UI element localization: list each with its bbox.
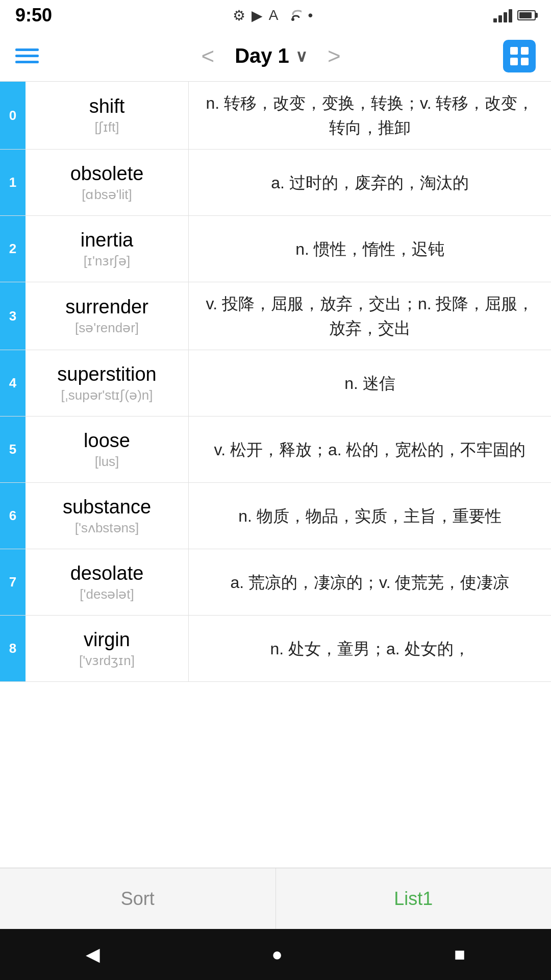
dropdown-arrow-icon: ∨ [295,46,307,66]
svg-point-0 [291,18,294,21]
word-row[interactable]: 3surrender[sə'rendər]v. 投降，屈服，放弃，交出；n. 投… [0,282,551,350]
word-english: virgin [84,629,130,651]
status-icons: ⚙ ▶ A • [233,7,313,24]
prev-day-button[interactable]: < [201,43,214,69]
word-row[interactable]: 2inertia[ɪ'nɜrʃə]n. 惯性，惰性，迟钝 [0,216,551,282]
word-row[interactable]: 5loose[lus]v. 松开，释放；a. 松的，宽松的，不牢固的 [0,416,551,483]
word-definition: a. 过时的，废弃的，淘汰的 [189,150,551,215]
status-bar: 9:50 ⚙ ▶ A • [0,0,551,31]
word-phonetic: [ɪ'nɜrʃə] [84,253,131,269]
word-definition: n. 处女，童男；a. 处女的， [189,616,551,681]
list1-tab[interactable]: List1 [276,868,552,929]
word-english-col: surrender[sə'rendər] [26,282,189,350]
status-time: 9:50 [15,5,52,26]
word-definition: n. 迷信 [189,350,551,416]
font-icon: A [269,7,279,23]
word-phonetic: [ɑbsə'lit] [82,187,132,203]
word-english: superstition [57,363,156,385]
row-index: 2 [0,216,26,282]
signal-bars [493,8,512,22]
wifi-icon [284,7,302,24]
home-button[interactable]: ● [271,944,283,965]
word-definition: a. 荒凉的，凄凉的；v. 使荒芜，使凄凉 [189,549,551,615]
row-index: 0 [0,82,26,149]
word-row[interactable]: 1obsolete[ɑbsə'lit]a. 过时的，废弃的，淘汰的 [0,150,551,216]
word-row[interactable]: 8virgin['vɜrdʒɪn]n. 处女，童男；a. 处女的， [0,616,551,682]
word-row[interactable]: 4superstition[ˌsupər'stɪʃ(ə)n]n. 迷信 [0,350,551,416]
svg-rect-2 [521,47,529,55]
word-definition: v. 投降，屈服，放弃，交出；n. 投降，屈服，放弃，交出 [189,282,551,350]
word-list: 0shift[ʃɪft]n. 转移，改变，变换，转换；v. 转移，改变，转向，推… [0,82,551,868]
word-phonetic: ['vɜrdʒɪn] [79,653,135,669]
row-index: 5 [0,416,26,482]
grid-view-button[interactable] [503,40,536,72]
word-definition: n. 物质，物品，实质，主旨，重要性 [189,483,551,549]
svg-rect-3 [510,58,518,65]
word-english-col: shift[ʃɪft] [26,82,189,149]
word-row[interactable]: 7desolate['desələt]a. 荒凉的，凄凉的；v. 使荒芜，使凄凉 [0,549,551,616]
settings-icon: ⚙ [233,7,245,24]
word-definition: v. 松开，释放；a. 松的，宽松的，不牢固的 [189,416,551,482]
word-definition: n. 惯性，惰性，迟钝 [189,216,551,282]
word-english-col: virgin['vɜrdʒɪn] [26,616,189,681]
recent-button[interactable]: ■ [454,944,465,965]
word-english-col: inertia[ɪ'nɜrʃə] [26,216,189,282]
word-english: loose [84,430,130,452]
header-title[interactable]: Day 1 ∨ [235,44,307,67]
word-english-col: desolate['desələt] [26,549,189,615]
word-english: shift [89,95,125,117]
svg-rect-1 [510,47,518,55]
row-index: 6 [0,483,26,549]
word-english-col: substance['sʌbstəns] [26,483,189,549]
dot-icon: • [308,7,313,23]
word-phonetic: ['desələt] [80,586,134,602]
word-phonetic: [ʃɪft] [95,119,119,135]
word-row[interactable]: 0shift[ʃɪft]n. 转移，改变，变换，转换；v. 转移，改变，转向，推… [0,82,551,150]
word-english: obsolete [70,163,144,185]
row-index: 3 [0,282,26,350]
row-index: 7 [0,549,26,615]
battery-icon [517,10,536,20]
word-row[interactable]: 6substance['sʌbstəns]n. 物质，物品，实质，主旨，重要性 [0,483,551,549]
back-button[interactable]: ◀ [86,944,100,965]
word-english: surrender [65,296,148,318]
word-english-col: loose[lus] [26,416,189,482]
row-index: 4 [0,350,26,416]
word-phonetic: [lus] [95,454,119,470]
bottom-tabs: Sort List1 [0,868,551,929]
sort-tab[interactable]: Sort [0,868,276,929]
word-english-col: superstition[ˌsupər'stɪʃ(ə)n] [26,350,189,416]
row-index: 1 [0,150,26,215]
header-nav: < Day 1 ∨ > [201,43,340,69]
menu-button[interactable] [15,48,39,63]
svg-rect-4 [521,58,529,65]
word-definition: n. 转移，改变，变换，转换；v. 转移，改变，转向，推卸 [189,82,551,149]
next-day-button[interactable]: > [328,43,341,69]
word-phonetic: [ˌsupər'stɪʃ(ə)n] [61,387,153,403]
word-english: substance [63,496,151,518]
word-phonetic: ['sʌbstəns] [75,520,139,536]
header: < Day 1 ∨ > [0,31,551,82]
status-right [493,8,536,22]
row-index: 8 [0,616,26,681]
word-english: desolate [70,562,144,584]
play-icon: ▶ [252,7,263,24]
word-phonetic: [sə'rendər] [75,320,139,336]
word-english: inertia [81,229,134,251]
word-english-col: obsolete[ɑbsə'lit] [26,150,189,215]
android-nav: ◀ ● ■ [0,929,551,980]
